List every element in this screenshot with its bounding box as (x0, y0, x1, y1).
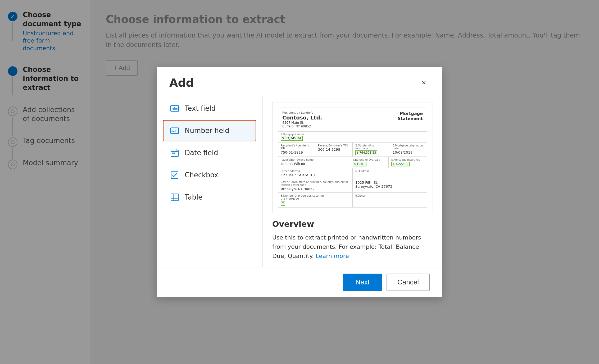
mortgage-header: Recipient's / Lender's Contoso, Ltd. 456… (278, 108, 427, 132)
statement-type: MortgageStatement (398, 111, 423, 128)
company-address: 4567 Main St. (282, 121, 322, 125)
overview-text: Use this to extract printed or handwritt… (272, 233, 433, 261)
table-label: Table (185, 193, 202, 201)
text-field-label: Text field (185, 104, 216, 112)
mortgage-row-1: 1.Mortgage interest $ 13,345.34 (278, 132, 427, 142)
insurance-label: 5.Mortgage insurance (391, 158, 424, 161)
next-button[interactable]: Next (343, 274, 382, 291)
field-preview-panel: Recipient's / Lender's Contoso, Ltd. 456… (262, 96, 442, 267)
properties-cell: 8.Number of properties securingthe mortg… (278, 193, 353, 207)
city-label: City or Town, state or province, country… (281, 181, 350, 186)
statement-type-text: MortgageStatement (398, 111, 423, 121)
date-field-icon (170, 148, 179, 158)
street-value: 123 Main St Apt. 10 (281, 173, 350, 177)
svg-rect-8 (172, 153, 174, 154)
mortgage-row-5: City or Town, state or province, country… (278, 179, 427, 193)
dialog-close-button[interactable]: × (418, 77, 430, 89)
borrower-name-cell: Payer's/Borrower's name Helena Wilcox (278, 157, 350, 168)
origination-label: 3.Mortgage origination date (393, 144, 424, 150)
dialog-header: Add × (157, 67, 442, 96)
mortgage-row-3: Payer's/Borrower's name Helena Wilcox 4.… (278, 157, 427, 168)
overview-section: Overview Use this to extract printed or … (272, 219, 433, 261)
dialog-title: Add (169, 76, 194, 89)
refund-value: $ 15.01 (353, 162, 366, 166)
refund-cell: 4.Refund of overpaid $ 15.01 (350, 157, 389, 168)
number-field-label: Number field (185, 127, 229, 135)
checkbox-field-icon (170, 170, 179, 180)
outstanding-label: 2.Outstanding mortgage (355, 144, 387, 150)
properties-value: 2 (281, 201, 285, 206)
street-cell: Street address 123 Main St Apt. 10 (278, 168, 353, 179)
borrower-tin-value: 306-14-5298 (318, 148, 350, 151)
refund-label: 4.Refund of overpaid (353, 158, 386, 161)
properties-label: 8.Number of properties securingthe mortg… (281, 194, 350, 200)
insurance-value: $ 1,222.05 (391, 162, 410, 166)
field-item-checkbox[interactable]: Checkbox (163, 164, 256, 186)
table-field-icon (170, 192, 179, 202)
borrower-name-label: Payer's/Borrower's name (281, 158, 347, 161)
field-item-table[interactable]: Table (163, 187, 256, 208)
borrower-name-value: Helena Wilcox (281, 162, 347, 166)
svg-text:Abc: Abc (172, 107, 178, 110)
svg-text:123: 123 (171, 129, 176, 133)
other-label: 9.Other (355, 194, 424, 197)
svg-rect-11 (171, 194, 178, 201)
field-item-number[interactable]: 123 Number field (163, 120, 256, 141)
borrower-tin-cell: Payer's/Borrower's TIN 306-14-5298 (315, 142, 353, 156)
recipient-tin-cell: Recipient's / Lender's TIN 750-01-1829 (278, 142, 315, 156)
recipient-tin-label: Recipient's / Lender's TIN (281, 144, 312, 150)
address6-value: 1025 Fifth St.Sunnyvale, CA 27673 (355, 181, 424, 188)
street-label: Street address (281, 170, 350, 173)
learn-more-link[interactable]: Learn more (316, 253, 349, 259)
field-item-date[interactable]: Date field (163, 142, 256, 163)
mortgage-interest-cell: 1.Mortgage interest $ 13,345.34 (278, 132, 427, 142)
mortgage-preview: Recipient's / Lender's Contoso, Ltd. 456… (272, 102, 433, 213)
address6-value-cell: 1025 Fifth St.Sunnyvale, CA 27673 (353, 179, 427, 192)
mortgage-document: Recipient's / Lender's Contoso, Ltd. 456… (278, 108, 427, 208)
svg-rect-9 (174, 153, 175, 154)
city-cell: City or Town, state or province, country… (278, 179, 353, 192)
number-field-icon: 123 (170, 126, 179, 135)
field-item-text[interactable]: Abc Text field (163, 98, 256, 119)
company-name: Contoso, Ltd. (282, 114, 322, 121)
outstanding-cell: 2.Outstanding mortgage $ 764,321.33 (353, 142, 390, 156)
add-dialog: Add × Abc Text field (157, 67, 442, 297)
mortgage-interest-value: $ 13,345.34 (281, 136, 303, 141)
recipient-label: Recipient's / Lender's (282, 111, 322, 114)
origination-cell: 3.Mortgage origination date 10/08/2019 (390, 142, 427, 156)
borrower-tin-label: Payer's/Borrower's TIN (318, 144, 350, 147)
text-field-icon: Abc (170, 104, 179, 113)
cancel-button[interactable]: Cancel (387, 274, 430, 291)
city-value: Brooklyn, NY 90852 (281, 187, 350, 191)
mortgage-row-4: Street address 123 Main St Apt. 10 6. Ad… (278, 168, 427, 179)
other-cell: 9.Other (353, 193, 427, 207)
mortgage-company-info: Recipient's / Lender's Contoso, Ltd. 456… (282, 111, 322, 128)
insurance-cell: 5.Mortgage insurance $ 1,222.05 (389, 157, 427, 168)
origination-value: 10/08/2019 (393, 150, 424, 154)
mortgage-row-2: Recipient's / Lender's TIN 750-01-1829 P… (278, 142, 427, 157)
outstanding-value: $ 764,321.33 (355, 150, 377, 155)
dialog-body: Abc Text field 123 Number field (157, 96, 442, 267)
field-type-list: Abc Text field 123 Number field (157, 96, 262, 267)
address6-label: 6. Address (355, 170, 424, 173)
dialog-footer: Next Cancel (157, 267, 442, 297)
mortgage-row-6: 8.Number of properties securingthe mortg… (278, 193, 427, 207)
checkbox-label: Checkbox (185, 171, 218, 179)
company-city: Buffalo, NY 90852 (282, 125, 322, 128)
mortgage-interest-label: 1.Mortgage interest (281, 133, 424, 136)
overview-title: Overview (272, 219, 433, 229)
date-field-label: Date field (185, 149, 218, 157)
address6-cell: 6. Address (353, 168, 427, 179)
recipient-tin-value: 750-01-1829 (281, 150, 312, 154)
